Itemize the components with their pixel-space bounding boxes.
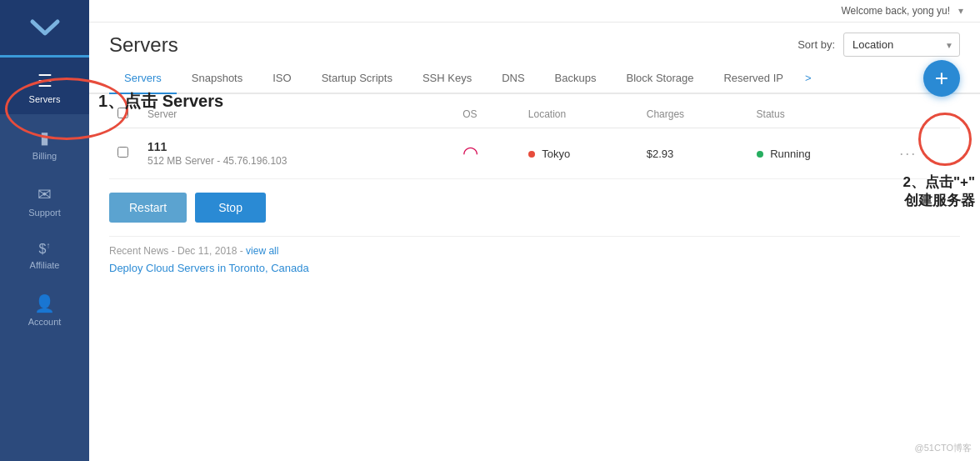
select-all-checkbox[interactable]: [118, 108, 128, 118]
main-content: Welcome back, yong yu! ▾ Servers Sort by…: [89, 0, 980, 461]
page-header: Servers Sort by: Location Date Name Stat…: [89, 23, 980, 57]
support-icon: ✉: [38, 184, 52, 204]
topbar-arrow: ▾: [958, 5, 963, 17]
sidebar-item-affiliate[interactable]: $↑ Affiliate: [0, 228, 89, 280]
affiliate-icon: $↑: [39, 241, 51, 257]
col-actions: [891, 101, 960, 128]
sort-select-wrapper[interactable]: Location Date Name Status: [843, 33, 960, 57]
sort-select[interactable]: Location Date Name Status: [843, 33, 960, 57]
news-headline-link[interactable]: Deploy Cloud Servers in Toronto, Canada: [109, 262, 309, 274]
servers-icon: ☰: [38, 71, 52, 91]
row-checkbox[interactable]: [118, 147, 128, 158]
server-subtitle: 512 MB Server - 45.76.196.103: [148, 155, 446, 167]
tab-startup-scripts[interactable]: Startup Scripts: [307, 63, 408, 94]
tabs-more-button[interactable]: >: [798, 63, 818, 93]
status-label: Running: [770, 148, 810, 160]
tab-iso[interactable]: ISO: [258, 63, 306, 94]
news-section: Recent News - Dec 11, 2018 - view all De…: [109, 236, 960, 283]
table-row: 111 512 MB Server - 45.76.196.103 ◠ Toky…: [109, 128, 960, 179]
location-city: Tokyo: [542, 148, 570, 160]
sort-area: Sort by: Location Date Name Status: [798, 33, 960, 57]
sidebar-item-support[interactable]: ✉ Support: [0, 171, 89, 228]
view-all-link[interactable]: view all: [246, 245, 278, 257]
content-area: Server OS Location Charges Status 111 51…: [89, 94, 980, 461]
tab-reserved-ip[interactable]: Reserved IP: [708, 63, 798, 94]
tab-servers[interactable]: Servers: [109, 63, 177, 94]
tab-snapshots[interactable]: Snapshots: [177, 63, 258, 94]
col-server: Server: [139, 101, 454, 128]
action-buttons: Restart Stop: [109, 179, 960, 236]
tab-dns[interactable]: DNS: [487, 63, 539, 94]
tab-block-storage[interactable]: Block Storage: [611, 63, 708, 94]
news-meta: Recent News - Dec 11, 2018 - view all: [109, 245, 960, 257]
tab-bar: Servers Snapshots ISO Startup Scripts SS…: [89, 63, 980, 94]
col-charges: Charges: [638, 101, 748, 128]
restart-button[interactable]: Restart: [109, 193, 187, 223]
server-name: 111: [148, 140, 446, 153]
billing-icon: ▮: [40, 128, 49, 148]
tab-backups[interactable]: Backups: [540, 63, 612, 94]
sidebar: ☰ Servers ▮ Billing ✉ Support $↑ Affilia…: [0, 0, 89, 461]
row-more-button[interactable]: ···: [899, 145, 917, 162]
servers-table: Server OS Location Charges Status 111 51…: [109, 101, 960, 179]
col-status: Status: [748, 101, 892, 128]
add-server-button[interactable]: +: [923, 60, 960, 97]
account-icon: 👤: [34, 293, 55, 313]
col-location: Location: [520, 101, 638, 128]
page-title: Servers: [109, 33, 178, 57]
welcome-text: Welcome back, yong yu!: [841, 5, 950, 17]
col-os: OS: [454, 101, 520, 128]
sidebar-item-servers[interactable]: ☰ Servers: [0, 55, 89, 114]
sidebar-item-account[interactable]: 👤 Account: [0, 280, 89, 337]
charges: $2.93: [638, 128, 748, 179]
topbar: Welcome back, yong yu! ▾: [89, 0, 980, 23]
logo: [0, 0, 89, 55]
sort-label: Sort by:: [798, 38, 835, 51]
tab-ssh-keys[interactable]: SSH Keys: [408, 63, 487, 94]
os-icon: ◠: [462, 143, 478, 163]
sidebar-item-billing[interactable]: ▮ Billing: [0, 114, 89, 171]
location-dot: [528, 151, 535, 158]
stop-button[interactable]: Stop: [195, 193, 266, 223]
status-dot: [757, 151, 763, 158]
